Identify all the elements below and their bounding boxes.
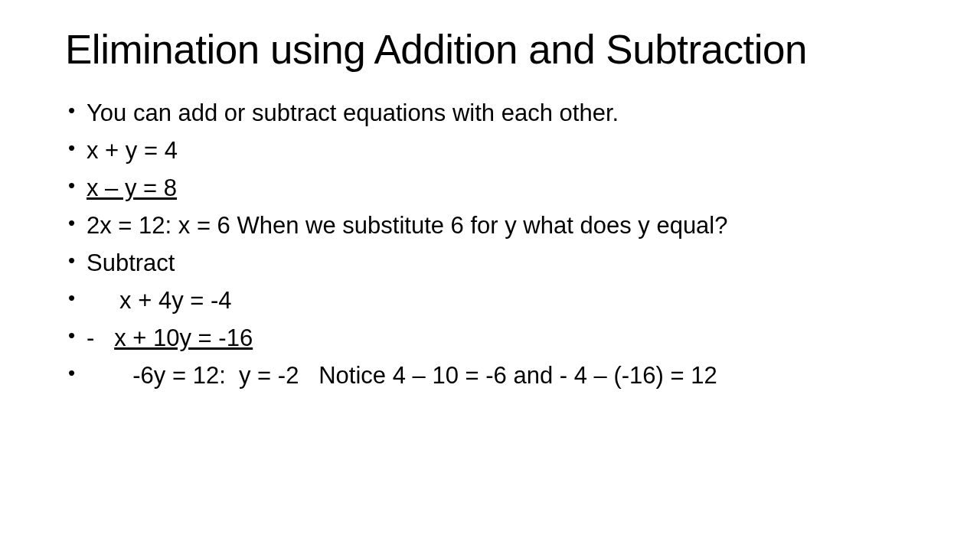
bullet-list: You can add or subtract equations with e…	[65, 95, 915, 394]
bullet-item: Subtract	[65, 245, 915, 282]
bullet-item: 2x = 12: x = 6 When we substitute 6 for …	[65, 207, 915, 244]
bullet-text: x + 4y = -4	[87, 287, 232, 314]
bullet-item: x + 4y = -4	[65, 282, 915, 319]
bullet-item: -6y = 12: y = -2 Notice 4 – 10 = -6 and …	[65, 357, 915, 394]
slide-title: Elimination using Addition and Subtracti…	[65, 27, 915, 73]
bullet-item: You can add or subtract equations with e…	[65, 95, 915, 132]
bullet-text: -6y = 12: y = -2 Notice 4 – 10 = -6 and …	[87, 362, 717, 389]
bullet-item: x – y = 8	[65, 170, 915, 207]
underlined-equation: x + 10y = -16	[114, 324, 253, 351]
bullet-prefix: -	[87, 324, 114, 351]
underlined-equation: x – y = 8	[87, 174, 177, 201]
bullet-item: x + y = 4	[65, 132, 915, 169]
bullet-item: - x + 10y = -16	[65, 320, 915, 357]
